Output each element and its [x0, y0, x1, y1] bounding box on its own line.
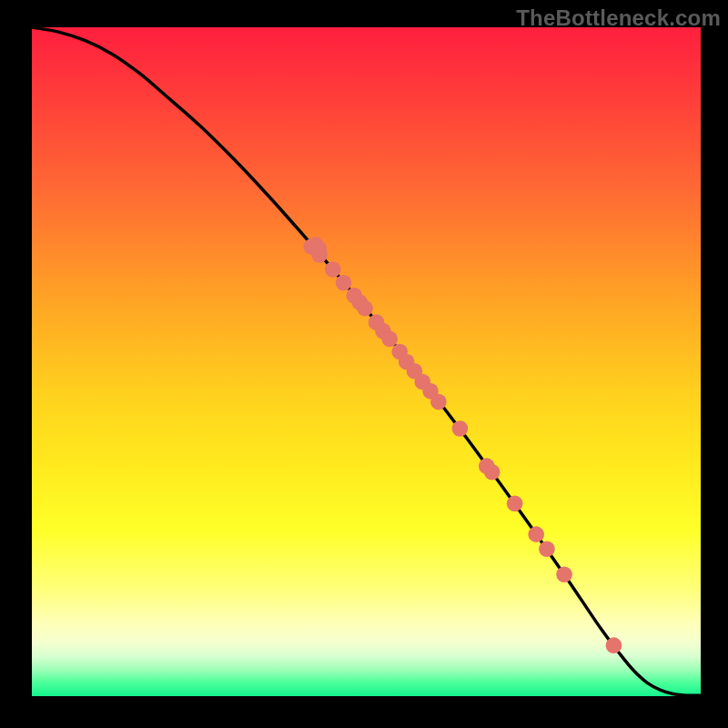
data-point: [539, 541, 555, 557]
data-point: [381, 331, 398, 348]
data-point: [311, 247, 328, 263]
data-point: [430, 394, 447, 410]
data-point: [556, 566, 572, 582]
data-point: [336, 275, 352, 291]
data-point: [484, 464, 500, 480]
chart-stage: TheBottleneck.com: [0, 0, 728, 728]
watermark-label: TheBottleneck.com: [516, 5, 721, 31]
data-point: [452, 420, 469, 437]
data-point: [528, 526, 544, 542]
chart-overlay: [32, 27, 701, 696]
data-point: [357, 300, 373, 317]
data-point: [325, 261, 341, 278]
bottleneck-curve: [32, 27, 701, 695]
data-point: [606, 637, 622, 653]
data-point: [507, 496, 523, 512]
